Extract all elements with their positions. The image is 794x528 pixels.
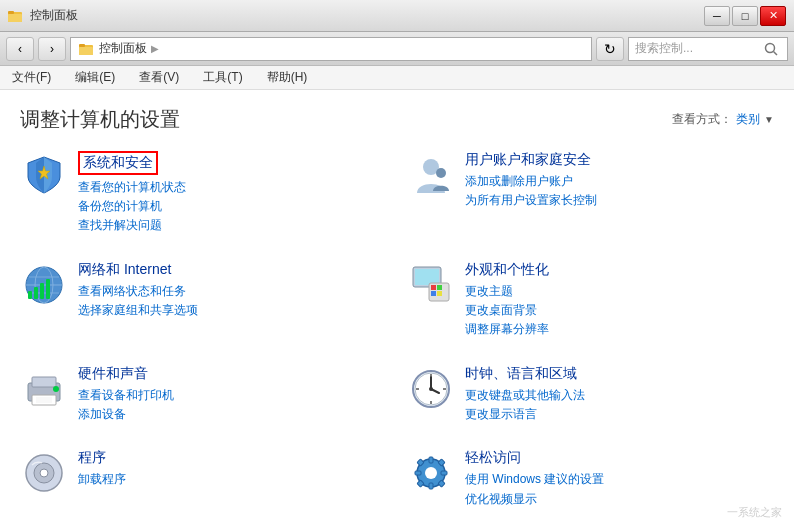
- user-accounts-text: 用户账户和家庭安全 添加或删除用户账户 为所有用户设置家长控制: [465, 151, 774, 210]
- svg-rect-30: [36, 397, 52, 403]
- programs-text: 程序 卸载程序: [78, 449, 387, 489]
- accessibility-text: 轻松访问 使用 Windows 建议的设置 优化视频显示: [465, 449, 774, 508]
- clock-region-icon: [407, 365, 455, 413]
- svg-point-31: [53, 386, 59, 392]
- svg-rect-24: [437, 285, 442, 290]
- system-security-link-1[interactable]: 查看您的计算机状态: [78, 178, 387, 197]
- title-bar: 控制面板 ─ □ ✕: [0, 0, 794, 32]
- hardware-sound-link-2[interactable]: 添加设备: [78, 405, 387, 424]
- category-accessibility: 轻松访问 使用 Windows 建议的设置 优化视频显示: [407, 449, 774, 518]
- search-icon[interactable]: [761, 39, 781, 59]
- watermark: 一系统之家: [727, 505, 782, 520]
- refresh-button[interactable]: ↻: [596, 37, 624, 61]
- svg-rect-18: [40, 283, 44, 299]
- menu-edit[interactable]: 编辑(E): [71, 67, 119, 88]
- menu-file[interactable]: 文件(F): [8, 67, 55, 88]
- printer-icon: [22, 367, 66, 411]
- back-button[interactable]: ‹: [6, 37, 34, 61]
- view-dropdown-icon[interactable]: ▼: [764, 114, 774, 125]
- svg-rect-46: [429, 457, 433, 463]
- category-clock-region: 时钟、语言和区域 更改键盘或其他输入法 更改显示语言: [407, 365, 774, 434]
- svg-rect-48: [415, 471, 421, 475]
- user-accounts-title[interactable]: 用户账户和家庭安全: [465, 151, 774, 169]
- system-security-link-3[interactable]: 查找并解决问题: [78, 216, 387, 235]
- system-security-text: 系统和安全 查看您的计算机状态 备份您的计算机 查找并解决问题: [78, 151, 387, 236]
- appearance-link-3[interactable]: 调整屏幕分辨率: [465, 320, 774, 339]
- category-appearance: 外观和个性化 更改主题 更改桌面背景 调整屏幕分辨率: [407, 261, 774, 349]
- view-label: 查看方式：: [672, 111, 732, 128]
- menu-bar: 文件(F) 编辑(E) 查看(V) 工具(T) 帮助(H): [0, 66, 794, 90]
- appearance-icon: [407, 261, 455, 309]
- clock-region-link-2[interactable]: 更改显示语言: [465, 405, 774, 424]
- user-accounts-link-2[interactable]: 为所有用户设置家长控制: [465, 191, 774, 210]
- svg-point-6: [766, 43, 775, 52]
- svg-rect-4: [79, 47, 93, 55]
- title-bar-title: 控制面板: [30, 7, 78, 24]
- network-internet-link-2[interactable]: 选择家庭组和共享选项: [78, 301, 387, 320]
- svg-point-36: [429, 387, 433, 391]
- main-content: 调整计算机的设置 查看方式： 类别 ▼ 系统和安全 查看您的计算机状态: [0, 90, 794, 528]
- network-internet-icon: [20, 261, 68, 309]
- category-hardware-sound: 硬件和声音 查看设备和打印机 添加设备: [20, 365, 387, 434]
- folder-icon: [8, 8, 24, 24]
- close-button[interactable]: ✕: [760, 6, 786, 26]
- network-internet-text: 网络和 Internet 查看网络状态和任务 选择家庭组和共享选项: [78, 261, 387, 320]
- address-folder-icon: [79, 41, 95, 57]
- hardware-sound-title[interactable]: 硬件和声音: [78, 365, 387, 383]
- view-control: 查看方式： 类别 ▼: [672, 111, 774, 128]
- accessibility-icon: [407, 449, 455, 497]
- title-bar-controls: ─ □ ✕: [704, 6, 786, 26]
- clock-region-link-1[interactable]: 更改键盘或其他输入法: [465, 386, 774, 405]
- svg-rect-2: [8, 11, 14, 14]
- svg-rect-25: [431, 291, 436, 296]
- appearance-text: 外观和个性化 更改主题 更改桌面背景 调整屏幕分辨率: [465, 261, 774, 340]
- svg-line-7: [774, 51, 778, 55]
- search-box[interactable]: 搜索控制...: [628, 37, 788, 61]
- address-text: 控制面板: [99, 40, 147, 57]
- restore-button[interactable]: □: [732, 6, 758, 26]
- accessibility-title[interactable]: 轻松访问: [465, 449, 774, 467]
- page-title: 调整计算机的设置: [20, 106, 180, 133]
- view-type[interactable]: 类别: [736, 111, 760, 128]
- user-accounts-icon: [407, 151, 455, 199]
- menu-tools[interactable]: 工具(T): [199, 67, 246, 88]
- svg-point-45: [425, 467, 437, 479]
- title-bar-left: 控制面板: [8, 7, 78, 24]
- network-internet-title[interactable]: 网络和 Internet: [78, 261, 387, 279]
- forward-button[interactable]: ›: [38, 37, 66, 61]
- users-icon: [409, 153, 453, 197]
- programs-link-1[interactable]: 卸载程序: [78, 470, 387, 489]
- minimize-button[interactable]: ─: [704, 6, 730, 26]
- accessibility-link-1[interactable]: 使用 Windows 建议的设置: [465, 470, 774, 489]
- svg-rect-19: [46, 279, 50, 299]
- user-accounts-link-1[interactable]: 添加或删除用户账户: [465, 172, 774, 191]
- address-arrow: ▶: [151, 43, 159, 54]
- control-panel-grid: 系统和安全 查看您的计算机状态 备份您的计算机 查找并解决问题 用户账户和家庭安: [0, 141, 794, 528]
- programs-title[interactable]: 程序: [78, 449, 387, 467]
- clock-icon: [409, 367, 453, 411]
- network-internet-link-1[interactable]: 查看网络状态和任务: [78, 282, 387, 301]
- address-box[interactable]: 控制面板 ▶: [70, 37, 592, 61]
- system-security-link-2[interactable]: 备份您的计算机: [78, 197, 387, 216]
- appearance-link-2[interactable]: 更改桌面背景: [465, 301, 774, 320]
- hardware-sound-link-1[interactable]: 查看设备和打印机: [78, 386, 387, 405]
- menu-view[interactable]: 查看(V): [135, 67, 183, 88]
- address-bar: ‹ › 控制面板 ▶ ↻ 搜索控制...: [0, 32, 794, 66]
- hardware-sound-text: 硬件和声音 查看设备和打印机 添加设备: [78, 365, 387, 424]
- system-security-title[interactable]: 系统和安全: [78, 151, 158, 175]
- clock-region-title[interactable]: 时钟、语言和区域: [465, 365, 774, 383]
- svg-rect-1: [8, 14, 22, 22]
- svg-rect-5: [79, 44, 85, 47]
- programs-icon: [20, 449, 68, 497]
- svg-rect-23: [431, 285, 436, 290]
- globe-icon: [22, 263, 66, 307]
- appearance-link-1[interactable]: 更改主题: [465, 282, 774, 301]
- svg-point-43: [40, 469, 48, 477]
- accessibility-svg: [409, 451, 453, 495]
- programs-svg: [22, 451, 66, 495]
- svg-rect-16: [28, 291, 32, 299]
- category-network-internet: 网络和 Internet 查看网络状态和任务 选择家庭组和共享选项: [20, 261, 387, 349]
- menu-help[interactable]: 帮助(H): [263, 67, 312, 88]
- system-security-icon: [20, 151, 68, 199]
- appearance-title[interactable]: 外观和个性化: [465, 261, 774, 279]
